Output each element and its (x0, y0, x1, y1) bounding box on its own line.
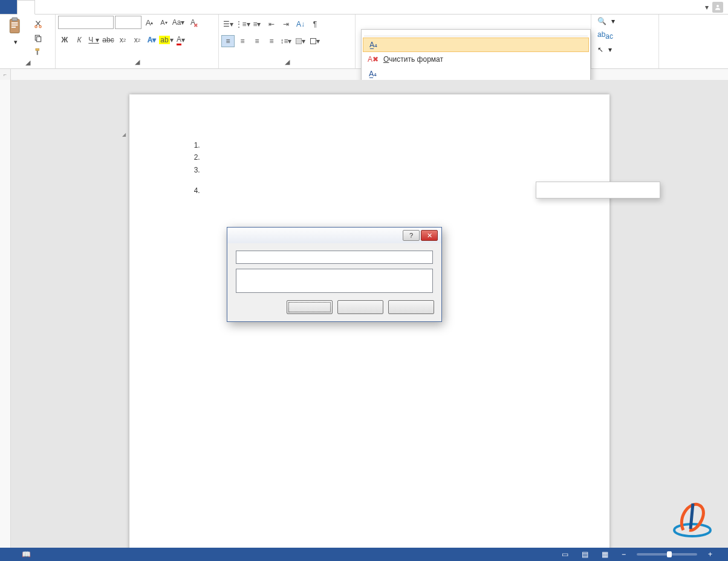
change-case-button[interactable]: Aa▾ (172, 16, 185, 28)
shrink-font-button[interactable]: A▾ (157, 16, 171, 28)
avatar-icon (712, 2, 723, 13)
group-paragraph: ☰▾ ⋮≡▾ ≡▾ ⇤ ⇥ A↓ ¶ ≡ ≡ ≡ ≡ ↕≡▾ ▾ ▾ ◢ (219, 15, 356, 68)
ribbon: ▾ ◢ A▴ A▾ Aa▾ (0, 15, 728, 69)
cut-button[interactable] (31, 18, 45, 30)
shading-button[interactable]: ▾ (294, 35, 307, 47)
increase-indent-button[interactable]: ⇥ (279, 18, 293, 30)
tab-design[interactable] (52, 0, 69, 14)
font-size-select[interactable] (115, 16, 141, 29)
svg-rect-9 (37, 37, 41, 42)
align-left-button[interactable]: ≡ (221, 35, 235, 47)
replace-icon: abac (597, 30, 613, 41)
tab-insert[interactable] (35, 0, 52, 14)
tab-mailings[interactable] (103, 0, 120, 14)
underline-button[interactable]: Ч ▾ (87, 34, 100, 46)
tab-references[interactable] (86, 0, 103, 14)
show-marks-button[interactable]: ¶ (308, 18, 322, 30)
create-style-menuitem[interactable]: A̲₄ (363, 38, 589, 52)
numbering-button[interactable]: ⋮≡▾ (236, 18, 249, 30)
svg-rect-10 (36, 48, 39, 51)
tab-review[interactable] (120, 0, 137, 14)
ruler-corner: ⌐ (0, 69, 11, 80)
svg-point-7 (39, 25, 42, 28)
align-center-button[interactable]: ≡ (236, 35, 249, 47)
svg-rect-4 (11, 25, 18, 26)
svg-rect-1 (10, 19, 19, 33)
grow-font-button[interactable]: A▴ (143, 16, 156, 28)
menu-tabs: ▾ (0, 0, 728, 15)
group-font: A▴ A▾ Aa▾ A✖ Ж К Ч ▾ abc x2 x2 A▾ ab▾ A▾… (56, 15, 219, 68)
superscript-button[interactable]: x2 (131, 34, 144, 46)
svg-point-0 (717, 5, 719, 7)
tab-file[interactable] (0, 0, 17, 14)
font-name-select[interactable] (58, 16, 114, 29)
line-spacing-button[interactable]: ↕≡▾ (279, 35, 293, 47)
clear-format-menuitem[interactable]: A✖ Очистить формат (362, 52, 590, 67)
text-effects-button[interactable]: A▾ (145, 34, 158, 46)
clear-formatting-button[interactable]: A✖ (186, 16, 200, 28)
chevron-down-icon: ▾ (705, 3, 709, 11)
strikethrough-button[interactable]: abc (102, 34, 115, 46)
bullets-button[interactable]: ☰▾ (221, 18, 235, 30)
font-color-button[interactable]: A▾ (174, 34, 187, 46)
decrease-indent-button[interactable]: ⇤ (265, 18, 278, 30)
svg-rect-3 (11, 22, 18, 24)
clear-format-label: чистить формат (389, 55, 443, 64)
sign-in[interactable]: ▾ (697, 0, 728, 14)
group-clipboard: ▾ ◢ (0, 15, 56, 68)
multilevel-list-button[interactable]: ≡▾ (250, 18, 264, 30)
group-editing: 🔍 ▾ abac ↖ ▾ (591, 15, 659, 68)
apply-styles-menuitem[interactable]: A̲₄ (362, 67, 590, 80)
copy-button[interactable] (31, 32, 45, 44)
select-button[interactable]: ↖ ▾ (594, 44, 616, 55)
clear-format-icon: A✖ (368, 55, 377, 64)
svg-point-6 (35, 25, 37, 28)
apply-styles-icon: A̲₄ (368, 70, 377, 78)
replace-button[interactable]: abac (594, 29, 619, 42)
svg-rect-2 (12, 18, 18, 21)
borders-button[interactable]: ▾ (308, 35, 322, 47)
styles-dropdown: A̲₄ A✖ Очистить формат A̲₄ (361, 29, 591, 80)
tab-view[interactable] (137, 0, 154, 14)
paste-icon (6, 17, 25, 36)
paste-label: ▾ (14, 38, 18, 46)
align-right-button[interactable]: ≡ (250, 35, 264, 47)
binoculars-icon: 🔍 (597, 17, 606, 25)
group-clipboard-label: ◢ (2, 58, 53, 67)
sort-button[interactable]: A↓ (294, 18, 307, 30)
bold-button[interactable]: Ж (58, 34, 71, 46)
format-painter-button[interactable] (31, 46, 45, 58)
justify-button[interactable]: ≡ (265, 35, 278, 47)
group-editing-label (594, 57, 656, 67)
svg-rect-5 (11, 27, 16, 28)
italic-button[interactable]: К (73, 34, 86, 46)
group-font-label: ◢ (58, 57, 216, 67)
find-button[interactable]: 🔍 ▾ (594, 16, 619, 27)
group-paragraph-label: ◢ (221, 57, 353, 67)
subscript-button[interactable]: x2 (116, 34, 129, 46)
highlight-button[interactable]: ab▾ (160, 34, 173, 46)
svg-rect-11 (37, 51, 38, 55)
paste-button[interactable]: ▾ (2, 16, 29, 47)
create-style-icon: A̲₄ (368, 41, 378, 49)
tab-home[interactable] (17, 0, 35, 15)
cursor-icon: ↖ (597, 45, 603, 54)
tab-page-layout[interactable] (69, 0, 86, 14)
